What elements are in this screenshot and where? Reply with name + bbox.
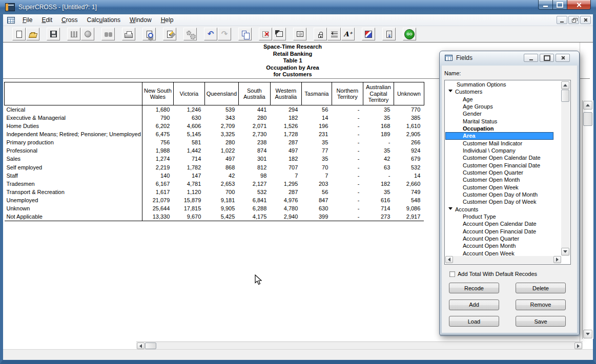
- font-button[interactable]: A⁺: [341, 28, 355, 40]
- table-cell[interactable]: 2,660: [394, 180, 424, 188]
- derivation-button[interactable]: [293, 28, 306, 40]
- table-cell[interactable]: 6,202: [142, 122, 173, 130]
- field-item[interactable]: Customer Open Day of Week: [445, 198, 561, 205]
- table-cell[interactable]: 4,780: [270, 204, 301, 212]
- clear-table-button[interactable]: ×: [259, 28, 272, 40]
- table-cell[interactable]: 301: [238, 155, 270, 163]
- table-cell[interactable]: 5,145: [173, 130, 204, 138]
- field-item[interactable]: Age: [445, 96, 561, 103]
- table-cell[interactable]: 2,127: [238, 180, 270, 188]
- table-cell[interactable]: 9,905: [204, 204, 238, 212]
- mdi-minimize-button[interactable]: [557, 16, 567, 24]
- edit-table-button[interactable]: [163, 28, 176, 40]
- table-cell[interactable]: 25,644: [142, 204, 173, 212]
- table-cell[interactable]: 56: [301, 188, 332, 196]
- table-cell[interactable]: 1,610: [394, 122, 424, 130]
- field-item[interactable]: Customer Open Financial Date: [445, 162, 561, 169]
- table-cell[interactable]: 679: [394, 155, 424, 163]
- field-item[interactable]: Customer Open Month: [445, 176, 561, 183]
- field-item[interactable]: Account Open Week: [445, 250, 561, 256]
- table-cell[interactable]: 35: [301, 138, 332, 146]
- field-item[interactable]: Customer Open Calendar Date: [445, 154, 561, 161]
- table-cell[interactable]: 714: [363, 204, 394, 212]
- table-cell[interactable]: 1,246: [173, 105, 204, 114]
- table-cell[interactable]: 924: [394, 146, 424, 155]
- remove-button[interactable]: Remove: [516, 299, 566, 310]
- table-cell[interactable]: -: [332, 172, 363, 180]
- minimize-button[interactable]: [538, 0, 553, 10]
- table-cell[interactable]: 874: [238, 146, 270, 155]
- table-cell[interactable]: 280: [238, 114, 270, 122]
- table-cell[interactable]: 4,976: [270, 196, 301, 204]
- table-cell[interactable]: 63: [363, 163, 394, 171]
- table-cell[interactable]: 5,425: [204, 212, 238, 221]
- table-cell[interactable]: 70: [301, 163, 332, 171]
- scroll-left-button[interactable]: [137, 342, 145, 349]
- table-cell[interactable]: -: [332, 122, 363, 130]
- vertical-scroll-thumb[interactable]: [583, 112, 592, 126]
- row-label[interactable]: Primary production: [5, 138, 142, 146]
- table-cell[interactable]: 707: [270, 163, 301, 171]
- print-button[interactable]: [122, 28, 135, 40]
- table-cell[interactable]: 196: [301, 122, 332, 130]
- recode-order-button[interactable]: [327, 28, 341, 40]
- table-cell[interactable]: -: [332, 155, 363, 163]
- row-label[interactable]: Independent Means; Retired; Pensioner; U…: [5, 130, 142, 138]
- fields-scroll-down-button[interactable]: [561, 248, 569, 255]
- menu-cross[interactable]: Cross: [57, 15, 82, 25]
- field-item[interactable]: Individual \ Company: [445, 147, 561, 154]
- field-item[interactable]: Customers: [445, 88, 561, 95]
- table-cell[interactable]: 2,219: [142, 163, 173, 171]
- table-cell[interactable]: -: [332, 188, 363, 196]
- table-cell[interactable]: 2,653: [204, 180, 238, 188]
- fields-scroll-right-button[interactable]: [553, 256, 561, 263]
- table-cell[interactable]: 273: [363, 212, 394, 221]
- map-button[interactable]: [81, 28, 94, 40]
- row-label[interactable]: Tradesmen: [5, 180, 142, 188]
- table-cell[interactable]: 6,475: [142, 130, 173, 138]
- table-cell[interactable]: -: [332, 130, 363, 138]
- table-cell[interactable]: 98: [238, 172, 270, 180]
- fields-scroll-left-button[interactable]: [445, 256, 453, 263]
- table-cell[interactable]: 189: [363, 130, 394, 138]
- table-cell[interactable]: 238: [238, 138, 270, 146]
- table-cell[interactable]: 6,841: [238, 196, 270, 204]
- table-cell[interactable]: 21,079: [142, 196, 173, 204]
- table-cell[interactable]: 714: [173, 155, 204, 163]
- row-label[interactable]: Unknown: [5, 204, 142, 212]
- table-cell[interactable]: 1,728: [270, 130, 301, 138]
- scroll-right-button[interactable]: [574, 342, 582, 349]
- corner-cell[interactable]: [5, 82, 142, 105]
- table-cell[interactable]: 847: [301, 196, 332, 204]
- dialog-maximize-button[interactable]: [540, 54, 554, 62]
- table-cell[interactable]: -: [363, 172, 394, 180]
- table-cell[interactable]: 35: [363, 114, 394, 122]
- table-cell[interactable]: 1,022: [204, 146, 238, 155]
- menu-help[interactable]: Help: [156, 15, 178, 25]
- table-cell[interactable]: 2,709: [204, 122, 238, 130]
- table-cell[interactable]: 2,730: [238, 130, 270, 138]
- table-cell[interactable]: 287: [270, 138, 301, 146]
- row-label[interactable]: Sales: [5, 155, 142, 163]
- field-item[interactable]: Customer Open Day of Month: [445, 191, 561, 198]
- table-cell[interactable]: 42: [204, 172, 238, 180]
- table-cell[interactable]: 140: [142, 172, 173, 180]
- table-cell[interactable]: -: [332, 146, 363, 155]
- table-cell[interactable]: -: [332, 204, 363, 212]
- menu-edit[interactable]: Edit: [37, 15, 57, 25]
- field-item[interactable]: Product Type: [445, 213, 561, 220]
- table-cell[interactable]: -: [332, 196, 363, 204]
- colors-button[interactable]: [362, 28, 375, 40]
- field-item[interactable]: Accounts: [445, 206, 561, 213]
- table-cell[interactable]: 9,086: [394, 204, 424, 212]
- options-button[interactable]: [183, 28, 197, 40]
- row-label[interactable]: Home Duties: [5, 122, 142, 130]
- table-cell[interactable]: 770: [394, 105, 424, 114]
- table-cell[interactable]: 756: [142, 138, 173, 146]
- table-cell[interactable]: 385: [394, 114, 424, 122]
- field-item[interactable]: Customer Open Quarter: [445, 169, 561, 176]
- menu-window[interactable]: Window: [125, 15, 156, 25]
- table-cell[interactable]: 182: [363, 180, 394, 188]
- table-cell[interactable]: 749: [394, 188, 424, 196]
- open-button[interactable]: [26, 28, 39, 40]
